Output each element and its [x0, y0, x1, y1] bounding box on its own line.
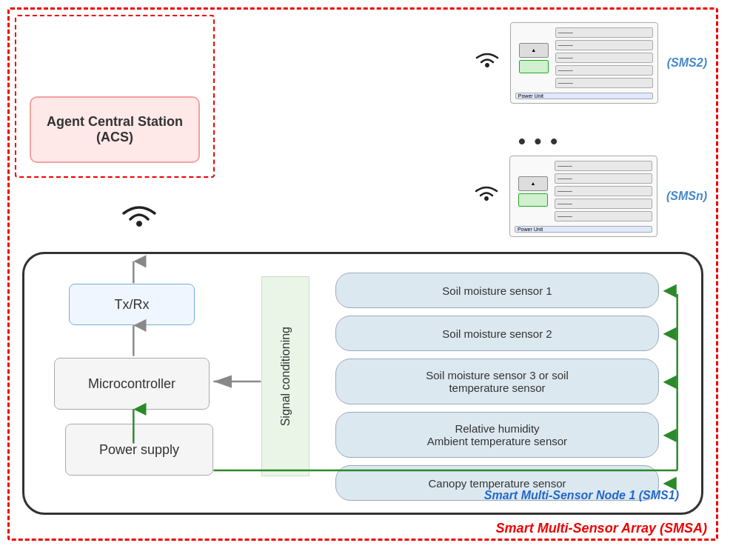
- smsa-label: Smart Multi-Sensor Array (SMSA): [496, 521, 707, 536]
- dots-separator: • • •: [518, 130, 559, 153]
- signal-conditioning-box: Signal conditioning: [261, 276, 309, 476]
- sensor-row-3: Soil moisture sensor 3 or soiltemperatur…: [335, 359, 676, 404]
- green-arrow-3: ◀: [663, 372, 676, 391]
- smsn-area: ▲ ──── ──── ──── ──── ──── Power Unit (S…: [472, 156, 707, 237]
- sms1-label: Smart Multi-Sensor Node 1 (SMS1): [484, 489, 679, 502]
- mcu-label: Microcontroller: [88, 376, 175, 392]
- sms2-label: (SMS2): [667, 56, 707, 70]
- green-arrow-4: ◀: [663, 425, 676, 444]
- main-container: Smart Multi-Sensor Array (SMSA) Agent Ce…: [7, 7, 722, 548]
- acs-box: Agent Central Station(ACS): [30, 96, 200, 163]
- sensor-box-3: Soil moisture sensor 3 or soiltemperatur…: [335, 359, 659, 404]
- wifi-icon-sms2: [473, 50, 501, 77]
- sensor-box-2: Soil moisture sensor 2: [335, 316, 659, 351]
- sensor-list: Soil moisture sensor 1 ◀ Soil moisture s…: [335, 273, 676, 501]
- wifi-icon-main: [117, 199, 161, 241]
- power-label: Power supply: [99, 442, 179, 458]
- sensor-box-1: Soil moisture sensor 1: [335, 273, 659, 308]
- sensor-row-4: Relative humidityAmbient temperature sen…: [335, 412, 676, 458]
- txrx-label: Tx/Rx: [115, 297, 150, 313]
- sensor-row-1: Soil moisture sensor 1 ◀: [335, 273, 676, 308]
- sms1-container: Tx/Rx Microcontroller Power supply Signa…: [22, 252, 703, 515]
- smsn-node-box: ▲ ──── ──── ──── ──── ──── Power Unit: [509, 156, 657, 237]
- power-supply-box: Power supply: [65, 424, 213, 476]
- sensor-row-2: Soil moisture sensor 2 ◀: [335, 316, 676, 351]
- smsn-label: (SMSn): [666, 190, 707, 203]
- signal-label: Signal conditioning: [279, 327, 292, 426]
- txrx-box: Tx/Rx: [69, 284, 195, 325]
- sensor-box-4: Relative humidityAmbient temperature sen…: [335, 412, 659, 458]
- wifi-icon-smsn: [472, 183, 501, 210]
- green-arrow-2: ◀: [663, 324, 676, 343]
- acs-label: Agent Central Station(ACS): [47, 114, 183, 145]
- microcontroller-box: Microcontroller: [54, 358, 210, 410]
- sms2-area: ▲ ──── ──── ──── ──── ──── Power Unit (S…: [473, 22, 707, 104]
- green-arrow-1: ◀: [663, 281, 676, 300]
- sms2-node-box: ▲ ──── ──── ──── ──── ──── Power Unit: [510, 22, 658, 104]
